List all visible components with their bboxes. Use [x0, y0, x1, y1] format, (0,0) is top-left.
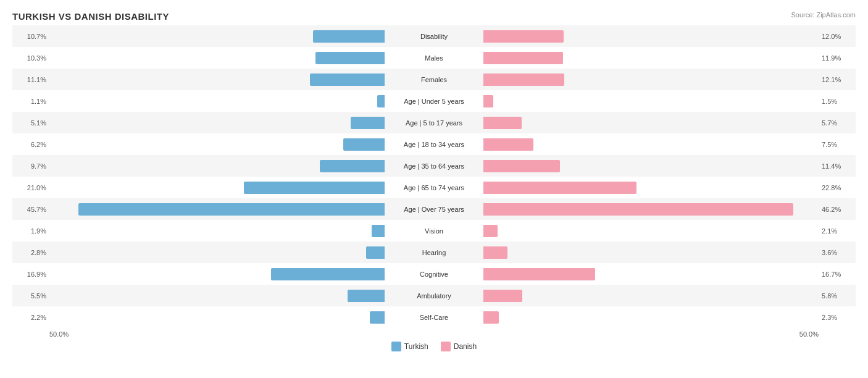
bar-section: 11.1%Females12.1%: [12, 73, 856, 86]
bar-section: 21.0%Age | 65 to 74 years22.8%: [12, 181, 856, 195]
chart-row: 21.0%Age | 65 to 74 years22.8%: [12, 177, 856, 198]
left-bar-container: [49, 160, 385, 172]
right-bar: [483, 290, 522, 302]
left-bar: [372, 225, 385, 237]
right-value: 12.0%: [819, 33, 856, 40]
left-bar-container: [49, 30, 385, 43]
right-bar-container: [483, 225, 819, 237]
right-value: 11.9%: [819, 54, 856, 62]
right-value: 11.4%: [819, 162, 856, 170]
left-bar: [271, 268, 385, 280]
legend-turkish-box: [391, 342, 401, 351]
legend-turkish-label: Turkish: [404, 342, 428, 351]
right-bar-container: [483, 74, 819, 86]
bar-label: Hearing: [385, 249, 483, 256]
bar-label: Females: [385, 76, 483, 83]
chart-row: 9.7%Age | 35 to 64 years11.4%: [12, 155, 856, 177]
legend-turkish: Turkish: [391, 342, 428, 351]
right-bar: [483, 268, 595, 280]
right-bar: [483, 311, 499, 324]
left-bar-container: [49, 138, 385, 151]
bar-section: 10.3%Males11.9%: [12, 51, 856, 65]
left-value: 16.9%: [12, 271, 49, 278]
bar-section: 5.5%Ambulatory5.8%: [12, 289, 856, 303]
legend-danish-label: Danish: [454, 342, 477, 351]
legend: Turkish Danish: [12, 342, 856, 351]
bar-section: 1.9%Vision2.1%: [12, 224, 856, 238]
chart-row: 1.1%Age | Under 5 years1.5%: [12, 90, 856, 112]
left-value: 1.9%: [12, 227, 49, 235]
bar-label: Disability: [385, 33, 483, 40]
chart-row: 45.7%Age | Over 75 years46.2%: [12, 198, 856, 220]
bar-label: Males: [385, 54, 483, 62]
left-bar: [370, 311, 385, 324]
chart-row: 5.1%Age | 5 to 17 years5.7%: [12, 112, 856, 133]
bar-section: 45.7%Age | Over 75 years46.2%: [12, 203, 856, 216]
bar-label: Age | 35 to 64 years: [385, 162, 483, 170]
axis-labels: 50.0% 50.0%: [12, 330, 856, 338]
chart-row: 10.3%Males11.9%: [12, 47, 856, 69]
left-value: 5.1%: [12, 119, 49, 127]
left-bar: [348, 290, 385, 302]
chart-row: 2.2%Self-Care2.3%: [12, 306, 856, 328]
right-bar-container: [483, 52, 819, 64]
left-bar: [315, 52, 385, 64]
right-bar-container: [483, 117, 819, 129]
right-bar: [483, 182, 636, 194]
left-bar-container: [49, 311, 385, 324]
right-bar: [483, 246, 507, 259]
left-bar-container: [49, 290, 385, 302]
right-bar-container: [483, 203, 819, 216]
chart-row: 11.1%Females12.1%: [12, 69, 856, 90]
bar-label: Self-Care: [385, 314, 483, 321]
bar-section: 10.7%Disability12.0%: [12, 30, 856, 43]
chart-row: 2.8%Hearing3.6%: [12, 242, 856, 263]
bar-section: 2.8%Hearing3.6%: [12, 246, 856, 259]
left-bar: [320, 160, 385, 172]
bar-label: Vision: [385, 227, 483, 235]
right-bar: [483, 203, 793, 216]
legend-danish: Danish: [441, 342, 477, 351]
right-value: 2.3%: [819, 314, 856, 321]
right-bar: [483, 52, 563, 64]
left-bar: [78, 203, 385, 216]
left-value: 11.1%: [12, 76, 49, 83]
left-bar-container: [49, 95, 385, 107]
right-bar-container: [483, 182, 819, 194]
legend-danish-box: [441, 342, 451, 351]
right-value: 7.5%: [819, 141, 856, 148]
left-value: 10.3%: [12, 54, 49, 62]
left-bar: [377, 95, 385, 107]
right-bar: [483, 160, 560, 172]
right-bar: [483, 117, 522, 129]
right-value: 46.2%: [819, 206, 856, 213]
right-bar-container: [483, 138, 819, 151]
chart-row: 16.9%Cognitive16.7%: [12, 263, 856, 285]
right-value: 22.8%: [819, 184, 856, 191]
left-bar-container: [49, 268, 385, 280]
bar-label: Ambulatory: [385, 292, 483, 300]
chart-title: TURKISH VS DANISH DISABILITY: [12, 11, 856, 22]
right-bar: [483, 138, 533, 151]
bar-label: Age | 18 to 34 years: [385, 141, 483, 148]
right-bar: [483, 225, 498, 237]
left-bar-container: [49, 203, 385, 216]
left-value: 9.7%: [12, 162, 49, 170]
right-bar-container: [483, 290, 819, 302]
axis-left: 50.0%: [49, 330, 69, 338]
bar-section: 1.1%Age | Under 5 years1.5%: [12, 94, 856, 108]
right-value: 16.7%: [819, 271, 856, 278]
right-value: 5.8%: [819, 292, 856, 300]
right-bar: [483, 95, 493, 107]
left-bar: [366, 246, 385, 259]
right-bar-container: [483, 246, 819, 259]
left-bar-container: [49, 246, 385, 259]
bar-label: Age | Under 5 years: [385, 98, 483, 105]
right-bar-container: [483, 311, 819, 324]
right-bar-container: [483, 95, 819, 107]
chart-row: 6.2%Age | 18 to 34 years7.5%: [12, 133, 856, 155]
left-bar-container: [49, 182, 385, 194]
source-label: Source: ZipAtlas.com: [791, 11, 856, 19]
left-value: 10.7%: [12, 33, 49, 40]
left-bar-container: [49, 117, 385, 129]
